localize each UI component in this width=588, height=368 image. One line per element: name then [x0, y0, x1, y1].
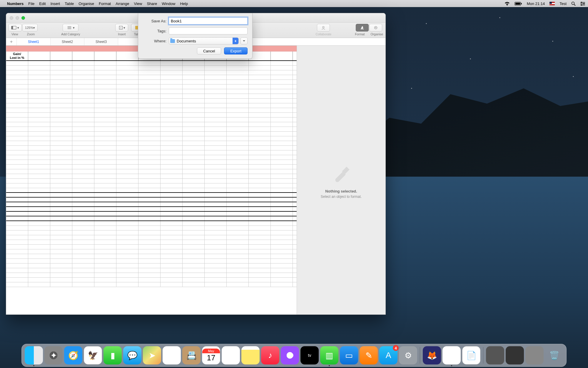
table-cell[interactable] — [50, 117, 72, 122]
table-cell[interactable] — [249, 259, 271, 263]
table-cell[interactable] — [50, 165, 72, 169]
table-cell[interactable] — [138, 273, 161, 277]
table-cell[interactable] — [6, 113, 28, 117]
table-cell[interactable] — [227, 268, 249, 273]
table-cell[interactable] — [28, 75, 50, 79]
table-cell[interactable] — [161, 89, 183, 94]
table-cell[interactable] — [205, 80, 227, 84]
table-cell[interactable] — [28, 226, 50, 230]
table-row[interactable] — [6, 160, 297, 165]
table-cell[interactable] — [50, 84, 72, 89]
table-cell[interactable] — [28, 103, 50, 108]
table-cell[interactable] — [94, 150, 116, 155]
table-cell[interactable] — [161, 136, 183, 141]
table-cell[interactable] — [249, 75, 271, 79]
table-cell[interactable] — [50, 240, 72, 244]
table-cell[interactable] — [161, 103, 183, 108]
table-cell[interactable] — [116, 278, 138, 282]
dock-contacts-icon[interactable]: 📇 — [182, 346, 201, 364]
table-cell[interactable] — [138, 80, 161, 84]
dock-chrome-icon[interactable]: ◉ — [442, 346, 461, 364]
table-cell[interactable] — [6, 70, 28, 75]
dock-firefox-icon[interactable]: 🦊 — [423, 346, 441, 364]
table-cell[interactable] — [249, 212, 271, 216]
table-cell[interactable] — [205, 240, 227, 244]
table-cell[interactable] — [72, 89, 94, 94]
table-cell[interactable] — [227, 84, 249, 89]
table-cell[interactable] — [116, 254, 138, 258]
view-button[interactable]: ▾ — [9, 24, 22, 32]
table-cell[interactable] — [271, 132, 293, 136]
table-cell[interactable] — [6, 165, 28, 169]
table-cell[interactable] — [271, 61, 293, 65]
table-cell[interactable] — [205, 231, 227, 235]
table-cell[interactable] — [271, 66, 293, 70]
table-cell[interactable] — [6, 216, 28, 221]
table-cell[interactable] — [205, 202, 227, 206]
table-cell[interactable] — [227, 245, 249, 249]
table-cell[interactable] — [116, 136, 138, 141]
table-cell[interactable] — [72, 136, 94, 141]
table-cell[interactable] — [183, 212, 205, 216]
table-cell[interactable] — [205, 245, 227, 249]
zoom-button[interactable]: 125%▾ — [22, 24, 38, 32]
table-cell[interactable] — [50, 94, 72, 98]
table-cell[interactable] — [138, 188, 161, 192]
table-cell[interactable] — [50, 108, 72, 112]
table-cell[interactable] — [116, 160, 138, 164]
table-cell[interactable] — [227, 146, 249, 150]
table-cell[interactable] — [6, 278, 28, 282]
table-cell[interactable] — [227, 141, 249, 145]
table-cell[interactable] — [271, 103, 293, 108]
add-category-button[interactable]: ▾ — [63, 24, 78, 32]
table-cell[interactable] — [116, 240, 138, 244]
table-row[interactable] — [6, 193, 297, 198]
table-cell[interactable] — [50, 75, 72, 79]
table-cell[interactable] — [116, 61, 138, 65]
table-cell[interactable] — [205, 103, 227, 108]
table-cell[interactable] — [205, 99, 227, 103]
table-cell[interactable] — [72, 273, 94, 277]
table-cell[interactable] — [161, 198, 183, 202]
table-cell[interactable] — [205, 207, 227, 211]
table-cell[interactable] — [6, 212, 28, 216]
dock-keynote-icon[interactable]: ▭ — [340, 346, 358, 364]
table-cell[interactable] — [161, 216, 183, 221]
table-cell[interactable] — [94, 254, 116, 258]
table-cell[interactable] — [72, 117, 94, 122]
table-cell[interactable] — [138, 89, 161, 94]
tags-input[interactable] — [169, 27, 248, 34]
table-row[interactable] — [6, 108, 297, 113]
table-cell[interactable] — [116, 103, 138, 108]
table-cell[interactable] — [227, 188, 249, 192]
table-cell[interactable] — [6, 66, 28, 70]
table-row[interactable] — [6, 231, 297, 235]
input-flag-icon[interactable] — [549, 2, 555, 5]
table-cell[interactable] — [28, 127, 50, 131]
table-cell[interactable] — [94, 249, 116, 254]
table-row[interactable] — [6, 99, 297, 103]
table-cell[interactable] — [227, 94, 249, 98]
table-cell[interactable] — [94, 70, 116, 75]
table-row[interactable] — [6, 113, 297, 117]
dock-facetime-icon[interactable]: ▮ — [103, 346, 122, 364]
table-cell[interactable] — [50, 235, 72, 240]
table-cell[interactable] — [227, 216, 249, 221]
table-cell[interactable] — [138, 61, 161, 65]
table-cell[interactable] — [138, 259, 161, 263]
table-cell[interactable] — [249, 132, 271, 136]
cancel-button[interactable]: Cancel — [197, 47, 221, 54]
table-cell[interactable] — [161, 221, 183, 226]
table-cell[interactable] — [116, 84, 138, 89]
table-cell[interactable] — [249, 202, 271, 206]
table-cell[interactable] — [94, 240, 116, 244]
table-cell[interactable] — [72, 193, 94, 197]
table-row[interactable] — [6, 249, 297, 254]
table-cell[interactable] — [28, 231, 50, 235]
table-cell[interactable] — [205, 174, 227, 178]
table-cell[interactable] — [94, 282, 116, 287]
table-cell[interactable] — [72, 99, 94, 103]
table-cell[interactable] — [138, 226, 161, 230]
table-cell[interactable] — [94, 146, 116, 150]
table-cell[interactable] — [183, 226, 205, 230]
